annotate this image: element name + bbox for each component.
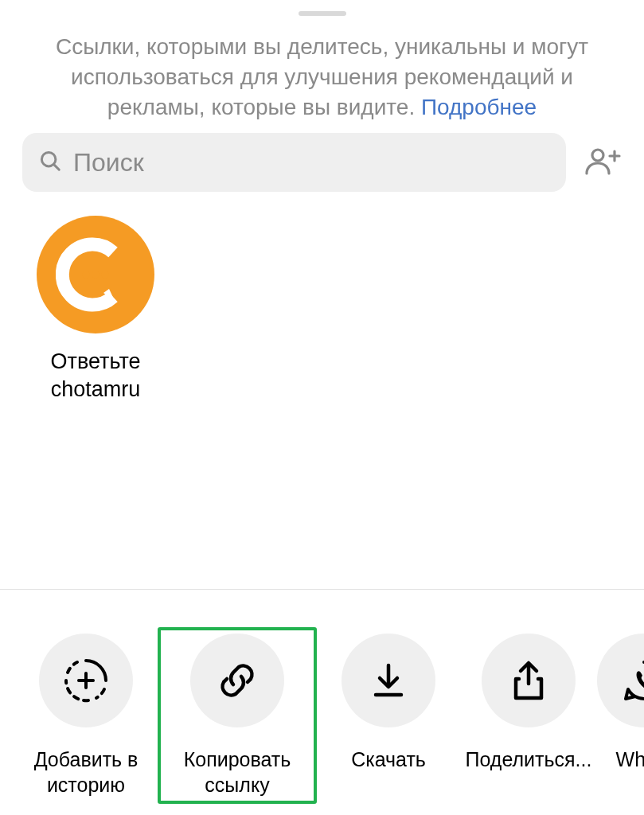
search-icon — [38, 149, 62, 176]
action-label: Скачать — [351, 747, 426, 797]
action-share[interactable]: Поделиться... — [460, 627, 597, 804]
add-person-icon — [582, 145, 622, 180]
action-download[interactable]: Скачать — [320, 627, 457, 804]
contact-label: Ответьте chotamru — [51, 348, 141, 404]
contact-item[interactable]: Ответьте chotamru — [32, 216, 159, 404]
svg-line-1 — [53, 165, 59, 170]
download-icon — [342, 634, 435, 727]
whatsapp-icon — [597, 634, 644, 727]
link-icon — [190, 634, 284, 727]
action-whatsapp[interactable]: Whats — [600, 627, 644, 804]
action-label: Копировать ссылку — [161, 747, 314, 797]
search-input[interactable] — [73, 148, 550, 177]
actions-row: Добавить в историю Копировать ссылку Ска… — [0, 627, 644, 804]
divider — [0, 589, 644, 590]
avatar — [37, 216, 154, 333]
contacts-list: Ответьте chotamru — [0, 192, 644, 404]
action-label: Поделиться... — [466, 747, 592, 797]
info-more-link[interactable]: Подробнее — [421, 95, 537, 119]
svg-point-5 — [83, 271, 90, 279]
add-person-button[interactable] — [582, 142, 622, 182]
contact-label-line2: chotamru — [51, 376, 141, 404]
svg-point-7 — [102, 271, 109, 279]
action-add-story[interactable]: Добавить в историю — [18, 627, 154, 804]
action-label: Добавить в историю — [21, 747, 151, 797]
search-row — [0, 133, 644, 192]
action-copy-link[interactable]: Копировать ссылку — [158, 627, 317, 804]
svg-point-2 — [592, 150, 603, 161]
drag-handle[interactable] — [299, 11, 346, 16]
add-story-icon — [39, 634, 133, 727]
info-text: Ссылки, которыми вы делитесь, уникальны … — [0, 32, 644, 122]
search-box[interactable] — [22, 133, 566, 192]
contact-label-line1: Ответьте — [51, 348, 141, 376]
share-icon — [482, 634, 576, 727]
svg-point-6 — [92, 271, 100, 279]
action-label: Whats — [616, 747, 644, 797]
